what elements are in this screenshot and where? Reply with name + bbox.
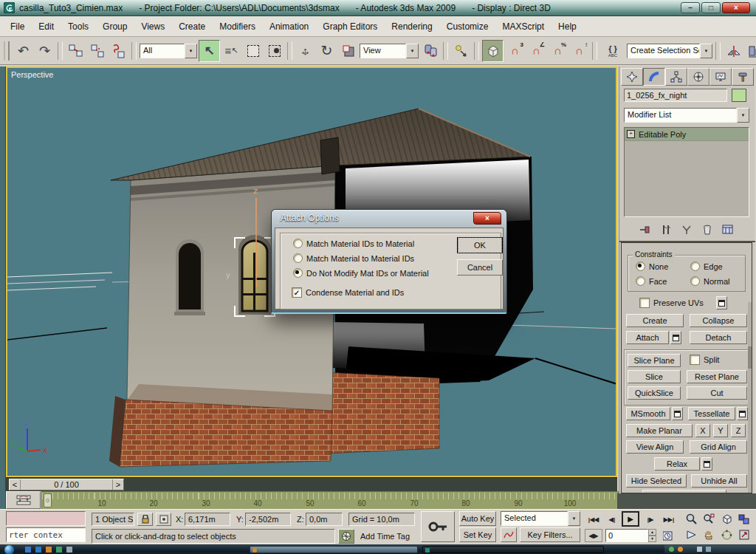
tab-utilities[interactable] [732, 68, 754, 86]
maxscript-listener-white[interactable]: rter contex [6, 527, 86, 542]
edit-named-selection-sets-button[interactable]: { }ABC [600, 41, 625, 61]
menu-views[interactable]: Views [141, 21, 165, 32]
auto-key-button[interactable]: Auto Key [459, 511, 496, 526]
quicklaunch-icon-5[interactable] [66, 547, 72, 553]
time-slider-track[interactable]: < 0 / 100 > [6, 477, 617, 491]
msmooth-settings-button[interactable] [672, 407, 683, 420]
planar-y-button[interactable]: Y [713, 424, 728, 437]
slice-button[interactable]: Slice [628, 370, 681, 383]
bind-to-space-warp-button[interactable] [109, 41, 128, 61]
time-configuration-button[interactable] [660, 529, 676, 542]
percent-snap-button[interactable]: ∩% [548, 41, 568, 61]
play-button[interactable]: ▶ [622, 511, 639, 527]
stack-item-editable-poly[interactable]: + Editable Poly [625, 128, 749, 141]
spinner-snap-button[interactable]: ∩↕ [569, 41, 589, 61]
zoom-extents-all-button[interactable] [735, 511, 753, 526]
spinner-down-icon[interactable]: ▼ [648, 536, 656, 542]
time-slider-handle[interactable]: < 0 / 100 > [9, 479, 124, 490]
pin-stack-button[interactable] [636, 222, 654, 237]
hide-selected-button[interactable]: Hide Selected [626, 474, 687, 488]
align-button[interactable] [745, 41, 756, 61]
scrollbar-thumb[interactable] [748, 346, 752, 369]
z-coordinate-field[interactable]: 0,0m [306, 513, 343, 526]
relax-settings-button[interactable] [701, 457, 712, 471]
relax-button[interactable]: Relax [654, 457, 700, 471]
quicklaunch-icon-4[interactable] [56, 547, 62, 553]
mirror-button[interactable] [724, 41, 743, 61]
object-color-swatch[interactable] [732, 89, 746, 102]
menu-edit[interactable]: Edit [38, 21, 54, 32]
tab-motion[interactable] [687, 68, 709, 86]
tessellate-button[interactable]: Tessellate [688, 407, 735, 420]
constraint-edge-radio[interactable]: Edge [690, 261, 723, 271]
redo-button[interactable]: ↷ [35, 41, 55, 61]
planar-x-button[interactable]: X [695, 424, 710, 437]
taskbar-app-button-active[interactable] [422, 546, 604, 553]
adaptive-degradation-button[interactable] [338, 529, 354, 544]
previous-frame-button[interactable]: < [10, 479, 21, 490]
unhide-all-button[interactable]: Unhide All [691, 474, 747, 488]
next-key-button[interactable]: |▶ [642, 513, 659, 526]
quicklaunch-icon-2[interactable] [35, 547, 41, 553]
select-and-link-button[interactable] [66, 41, 86, 61]
key-mode-toggle-button[interactable]: ◀▶ [585, 529, 602, 542]
tab-hierarchy[interactable] [665, 68, 687, 86]
condense-material-checkbox[interactable]: ✓Condense Material and IDs [292, 287, 404, 298]
default-in-out-tangent-button[interactable] [501, 527, 517, 542]
quicklaunch-icon-3[interactable] [46, 547, 52, 553]
snap-3d-button[interactable]: ∩3 [505, 41, 525, 61]
pan-button[interactable] [700, 527, 718, 542]
tab-modify[interactable] [643, 68, 665, 86]
tab-create[interactable] [621, 68, 643, 86]
dialog-close-button[interactable]: × [473, 212, 501, 225]
ok-button[interactable]: OK [457, 237, 503, 253]
tessellate-settings-button[interactable] [737, 407, 748, 420]
undo-button[interactable]: ↶ [13, 41, 33, 61]
set-key-button[interactable]: Set Key [459, 527, 496, 542]
restore-button[interactable]: □ [701, 2, 721, 13]
preserve-uvs-checkbox[interactable]: Preserve UVs [639, 298, 704, 308]
radio-match-ids-to-material[interactable]: Match Material IDs to Material [293, 239, 414, 248]
toolbar-grip[interactable] [4, 41, 10, 61]
menu-maxscript[interactable]: MAXScript [502, 21, 544, 32]
named-selection-set-dropdown[interactable]: Create Selection Set ▼ [627, 44, 712, 58]
y-coordinate-field[interactable]: -2,502m [245, 513, 291, 526]
menu-create[interactable]: Create [179, 21, 205, 32]
constraint-none-radio[interactable]: None [636, 261, 668, 271]
cancel-button[interactable]: Cancel [457, 259, 503, 276]
maximize-viewport-toggle-button[interactable] [735, 527, 753, 542]
radio-match-material-to-ids[interactable]: Match Material to Material IDs [293, 253, 414, 263]
selection-lock-button[interactable] [137, 513, 153, 526]
rectangular-selection-region-button[interactable] [243, 41, 263, 61]
preserve-uvs-settings-button[interactable] [716, 296, 727, 310]
title-bar[interactable]: casilla_Tuto3_Cimien.max - Project Folde… [0, 0, 756, 16]
maxscript-listener-pink[interactable] [6, 511, 86, 526]
modifier-list-dropdown[interactable]: Modifier List ▼ [624, 108, 749, 123]
use-pivot-point-center-button[interactable] [420, 41, 440, 61]
key-subobject-dropdown[interactable]: Selected ▼ [501, 511, 580, 526]
zoom-extents-button[interactable] [718, 511, 735, 526]
split-checkbox[interactable]: Split [690, 355, 719, 365]
set-keys-button[interactable] [421, 511, 455, 542]
constraint-normal-radio[interactable]: Normal [690, 276, 729, 286]
menu-group[interactable]: Group [103, 21, 127, 32]
current-frame-marker[interactable]: 0 [44, 493, 52, 507]
select-and-scale-button[interactable] [338, 41, 358, 61]
show-end-result-button[interactable] [657, 222, 675, 237]
arc-rotate-button[interactable] [718, 527, 735, 542]
tab-display[interactable] [709, 68, 732, 86]
planar-z-button[interactable]: Z [731, 424, 746, 437]
go-to-start-button[interactable]: |◀◀ [585, 513, 602, 526]
slice-plane-button[interactable]: Slice Plane [628, 354, 681, 367]
select-by-name-button[interactable]: ≡↖ [221, 41, 241, 61]
zoom-button[interactable] [682, 511, 700, 526]
grid-align-button[interactable]: Grid Align [690, 440, 747, 454]
menu-modifiers[interactable]: Modifiers [219, 21, 255, 32]
attach-settings-button[interactable] [670, 331, 681, 344]
quicklaunch-icon-1[interactable] [25, 547, 31, 553]
viewport-label[interactable]: Perspective [11, 70, 53, 79]
menu-help[interactable]: Help [558, 21, 577, 32]
select-and-move-button[interactable]: ↔↕ [295, 41, 315, 61]
configure-modifier-sets-button[interactable] [719, 222, 737, 237]
select-object-button[interactable]: ↖ [199, 40, 220, 62]
